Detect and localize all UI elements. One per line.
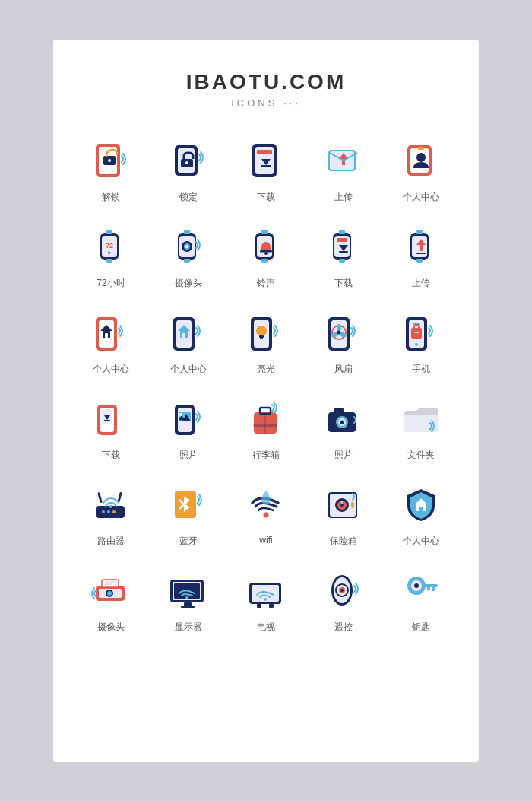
icon-bluetooth [164, 480, 213, 529]
icon-item-dl-phone: 下载 [76, 394, 146, 462]
icon-luggage [242, 394, 290, 443]
svg-rect-21 [106, 230, 112, 234]
icon-label-fan: 风扇 [334, 363, 353, 376]
icon-item-monitor: 显示器 [154, 566, 223, 634]
svg-rect-65 [259, 335, 264, 338]
icon-shield [397, 480, 445, 529]
icon-label-upload1: 上传 [334, 191, 353, 204]
icon-label-photo2: 照片 [334, 449, 353, 462]
icon-item-lock: 锁定 [154, 136, 223, 204]
svg-point-3 [108, 159, 111, 162]
icon-label-phone: 手机 [412, 363, 430, 376]
icon-upload2 [397, 222, 445, 271]
svg-rect-133 [181, 606, 195, 608]
icon-item-camera2: 摄像头 [76, 566, 146, 634]
svg-rect-148 [423, 584, 438, 587]
icon-monitor [164, 566, 213, 615]
svg-point-126 [107, 591, 112, 596]
icon-label-download2: 下载 [334, 277, 353, 290]
icon-item-router: 路由器 [76, 480, 146, 548]
svg-rect-150 [427, 587, 430, 590]
svg-rect-66 [260, 338, 263, 339]
site-title: IBAOTU.COM [186, 70, 346, 94]
icon-item-key: 钥匙 [386, 566, 456, 634]
icon-item-unlock: 解锁 [76, 136, 146, 204]
svg-point-117 [340, 504, 344, 507]
svg-rect-119 [351, 502, 354, 508]
icon-label-camera2: 摄像头 [97, 621, 125, 634]
svg-rect-10 [257, 150, 272, 154]
svg-rect-41 [339, 259, 345, 263]
icon-wifi [242, 480, 290, 529]
icon-label-tv: 电视 [257, 621, 275, 634]
icon-item-phone: 手机 [386, 308, 456, 376]
subtitle: ICONS ··· [231, 97, 301, 109]
svg-point-104 [102, 510, 105, 513]
main-card: IBAOTU.COM ICONS ··· 解锁 [53, 40, 479, 762]
svg-rect-149 [432, 587, 435, 591]
icon-item-shield: 个人中心 [386, 480, 456, 548]
svg-point-77 [415, 343, 418, 346]
svg-point-7 [185, 161, 188, 164]
svg-point-100 [429, 428, 432, 430]
icon-label-download1: 下载 [257, 191, 275, 204]
svg-point-107 [109, 505, 112, 508]
icon-label-camera1: 摄像头 [175, 277, 202, 290]
icon-download1 [242, 136, 290, 185]
icon-phone [397, 308, 445, 357]
icon-key [397, 566, 445, 615]
icon-item-photo1: 照片 [154, 394, 223, 462]
svg-point-94 [271, 410, 274, 412]
svg-rect-101 [97, 491, 103, 502]
icon-label-dl-phone: 下载 [102, 449, 120, 462]
svg-point-73 [337, 330, 341, 334]
svg-text:72: 72 [106, 242, 113, 250]
icon-label-bell: 铃声 [257, 277, 275, 290]
icon-label-72h: 72小时 [97, 277, 125, 290]
icon-item-profile1: 个人中心 [386, 136, 456, 204]
icon-item-bluetooth: 蓝牙 [154, 480, 223, 548]
svg-point-151 [414, 583, 419, 588]
svg-rect-12 [261, 165, 271, 167]
icon-item-camera1: 摄像头 [154, 222, 223, 290]
icon-item-bell: 铃声 [231, 222, 301, 290]
svg-point-99 [340, 420, 344, 424]
icon-label-lock: 锁定 [179, 191, 198, 204]
icon-item-download2: 下载 [309, 222, 378, 290]
icon-item-safe: 保险箱 [309, 480, 378, 548]
icon-label-home-phone2: 个人中心 [170, 363, 207, 376]
svg-rect-19 [418, 147, 424, 150]
svg-point-18 [416, 153, 426, 162]
icon-label-photo1: 照片 [179, 449, 198, 462]
icon-grid: 解锁 锁定 [76, 136, 456, 634]
icon-item-wifi: wifi [231, 480, 301, 548]
icon-remote [319, 566, 368, 615]
svg-rect-48 [416, 259, 423, 263]
svg-rect-56 [105, 333, 108, 338]
icon-label-light: 亮光 [257, 363, 275, 376]
icon-label-shield: 个人中心 [403, 535, 439, 548]
icon-label-upload2: 上传 [412, 277, 430, 290]
icon-light [242, 308, 290, 357]
svg-rect-96 [334, 408, 344, 414]
icon-label-home-phone: 个人中心 [93, 363, 129, 376]
icon-camera1 [164, 222, 213, 271]
svg-rect-35 [261, 259, 268, 263]
icon-item-upload1: 上传 [309, 136, 378, 204]
icon-72h: 72 h [87, 222, 135, 271]
icon-label-monitor: 显示器 [175, 621, 202, 634]
svg-point-112 [264, 512, 269, 517]
svg-point-38 [264, 252, 268, 255]
icon-dl-phone [87, 394, 135, 443]
svg-point-106 [112, 510, 116, 513]
svg-point-140 [264, 598, 267, 601]
svg-point-111 [197, 502, 199, 504]
icon-item-home-phone: 个人中心 [76, 308, 146, 376]
svg-point-89 [179, 413, 182, 416]
icon-item-light: 亮光 [231, 308, 301, 376]
icon-item-download1: 下载 [231, 136, 301, 204]
icon-label-luggage: 行李箱 [252, 449, 280, 462]
icon-label-remote: 遥控 [334, 621, 353, 634]
icon-label-safe: 保险箱 [330, 535, 357, 548]
svg-rect-138 [257, 604, 261, 608]
